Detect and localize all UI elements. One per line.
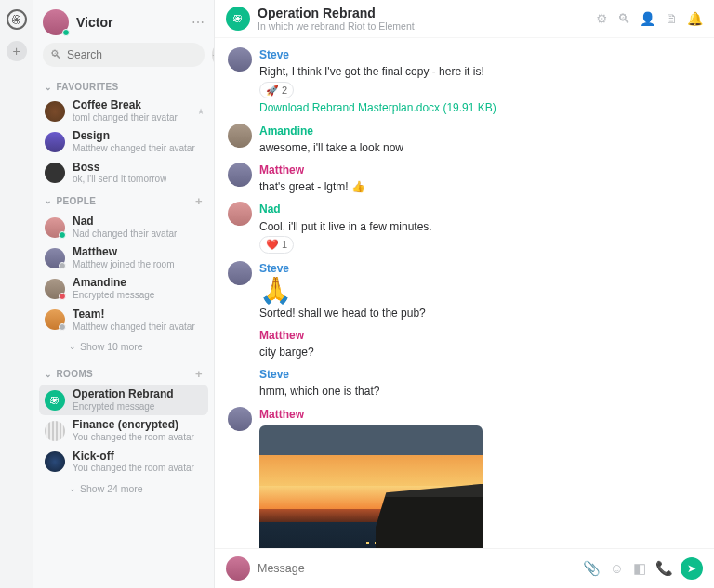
user-header[interactable]: Victor ⋯ bbox=[33, 0, 214, 43]
people-item-matthew[interactable]: MatthewMatthew joined the room bbox=[33, 242, 214, 273]
room-item-boss[interactable]: Bossok, i'll send it tomorrow bbox=[33, 158, 214, 189]
message: Nad Cool, i'll put it live in a few minu… bbox=[228, 198, 701, 256]
attach-icon[interactable]: 📎 bbox=[583, 560, 601, 577]
notifications-icon[interactable]: 🔔 bbox=[687, 11, 703, 26]
message: Matthew that's great - lgtm! 👍 bbox=[228, 159, 701, 198]
section-rooms[interactable]: ⌄ ROOMS + bbox=[33, 361, 214, 385]
section-label: FAVOURITES bbox=[56, 82, 118, 92]
favourite-icon: ★ bbox=[197, 107, 205, 116]
room-list-sidebar: Victor ⋯ 🔍︎ ✦ ⌄ FAVOURITES Coffee Breakt… bbox=[33, 0, 215, 588]
room-header-title: Operation Rebrand bbox=[258, 6, 415, 20]
user-display-name: Victor bbox=[76, 15, 184, 30]
reaction-pill[interactable]: 🚀2 bbox=[259, 82, 294, 99]
message: Steve Right, I think I've got the final … bbox=[228, 44, 701, 119]
search-input[interactable] bbox=[67, 48, 206, 61]
message-text: Sorted! shall we head to the pub? bbox=[259, 306, 426, 320]
person-avatar bbox=[45, 309, 65, 330]
room-title: Matthew bbox=[73, 246, 175, 259]
room-item-coffee-break[interactable]: Coffee Breaktoml changed their avatar ★ bbox=[33, 96, 214, 126]
sender-avatar[interactable] bbox=[228, 163, 252, 187]
members-icon[interactable]: 👤 bbox=[640, 11, 655, 26]
room-item-kickoff[interactable]: Kick-offYou changed the room avatar bbox=[33, 447, 214, 477]
show-more-rooms[interactable]: ⌄Show 24 more bbox=[33, 477, 214, 503]
section-label: ROOMS bbox=[56, 369, 93, 379]
room-item-operation-rebrand[interactable]: ֍ Operation RebrandEncrypted message bbox=[39, 385, 208, 415]
sender-avatar[interactable] bbox=[228, 407, 252, 431]
show-more-people[interactable]: ⌄Show 10 more bbox=[33, 335, 214, 361]
room-title: Nad bbox=[73, 216, 177, 229]
sender-name[interactable]: Nad bbox=[259, 202, 432, 216]
room-preview: You changed the room avatar bbox=[73, 432, 194, 443]
send-button[interactable]: ➤ bbox=[681, 557, 703, 580]
message-text: city barge? bbox=[259, 345, 314, 359]
sender-name[interactable]: Matthew bbox=[259, 328, 314, 343]
sender-name[interactable]: Steve bbox=[259, 367, 379, 382]
room-item-design[interactable]: DesignMatthew changed their avatar bbox=[33, 126, 214, 157]
person-avatar bbox=[45, 279, 65, 299]
room-title: Finance (encrypted) bbox=[73, 419, 194, 432]
room-avatar bbox=[45, 101, 65, 122]
composer-avatar bbox=[226, 556, 250, 581]
sender-avatar[interactable] bbox=[228, 261, 252, 285]
room-title: Design bbox=[73, 130, 195, 143]
image-attachment[interactable] bbox=[259, 425, 483, 548]
composer-input[interactable] bbox=[258, 562, 575, 575]
sender-name[interactable]: Matthew bbox=[259, 163, 365, 177]
reaction-pill[interactable]: ❤️1 bbox=[259, 236, 294, 254]
room-preview: Matthew joined the room bbox=[73, 259, 175, 270]
message: Matthew bbox=[228, 403, 701, 548]
emoji-icon[interactable]: ☺ bbox=[610, 560, 624, 577]
sender-name[interactable]: Steve bbox=[259, 261, 426, 276]
search-box[interactable]: 🔍︎ ✦ bbox=[43, 43, 205, 67]
section-favourites[interactable]: ⌄ FAVOURITES bbox=[33, 76, 214, 96]
sender-avatar[interactable] bbox=[228, 124, 252, 148]
room-preview: Matthew changed their avatar bbox=[73, 143, 195, 154]
room-preview: ok, i'll send it tomorrow bbox=[73, 174, 166, 185]
emoji-message: 🙏 bbox=[259, 278, 426, 304]
chevron-down-icon: ⌄ bbox=[45, 196, 52, 205]
sender-avatar[interactable] bbox=[228, 47, 252, 72]
message-text: hmm, which one is that? bbox=[259, 384, 379, 399]
message-text: Right, I think I've got the final copy -… bbox=[259, 64, 496, 79]
sender-name[interactable]: Amandine bbox=[259, 124, 403, 138]
room-preview: Nad changed their avatar bbox=[73, 229, 177, 240]
chevron-down-icon: ⌄ bbox=[69, 484, 76, 493]
room-avatar bbox=[45, 421, 65, 441]
file-download-link[interactable]: Download Rebrand Masterplan.docx (19.91 … bbox=[259, 100, 496, 115]
home-space[interactable]: ֍ bbox=[7, 9, 27, 30]
room-preview: toml changed their avatar bbox=[73, 112, 178, 124]
people-item-nad[interactable]: NadNad changed their avatar bbox=[33, 212, 214, 242]
room-preview: You changed the room avatar bbox=[73, 463, 194, 474]
room-preview: Encrypted message bbox=[73, 401, 174, 412]
message-timeline[interactable]: Steve Right, I think I've got the final … bbox=[215, 38, 714, 548]
settings-icon[interactable]: ⚙ bbox=[596, 11, 608, 26]
room-avatar bbox=[45, 132, 65, 152]
add-person-icon[interactable]: + bbox=[195, 194, 203, 208]
room-title: Boss bbox=[73, 162, 166, 175]
room-title: Operation Rebrand bbox=[73, 388, 174, 401]
room-item-finance[interactable]: Finance (encrypted)You changed the room … bbox=[33, 415, 214, 446]
sticker-icon[interactable]: ◧ bbox=[633, 560, 646, 577]
room-header-avatar[interactable]: ֍ bbox=[226, 7, 250, 31]
menu-icon[interactable]: ⋯ bbox=[192, 15, 205, 30]
files-icon[interactable]: 🗎 bbox=[665, 11, 678, 26]
sender-name[interactable]: Steve bbox=[259, 47, 496, 62]
sender-name[interactable]: Matthew bbox=[259, 407, 483, 422]
space-rail: ֍ + bbox=[0, 0, 33, 588]
section-people[interactable]: ⌄ PEOPLE + bbox=[33, 189, 214, 212]
room-title: Coffee Break bbox=[73, 99, 178, 112]
voice-call-icon[interactable]: 📞 bbox=[655, 560, 673, 577]
room-title: Kick-off bbox=[73, 451, 194, 464]
sender-avatar-placeholder bbox=[228, 367, 252, 399]
sender-avatar[interactable] bbox=[228, 202, 252, 226]
user-avatar bbox=[43, 9, 69, 35]
add-room-icon[interactable]: + bbox=[195, 367, 203, 381]
people-item-amandine[interactable]: AmandineEncrypted message bbox=[33, 273, 214, 304]
room-avatar bbox=[45, 451, 65, 472]
search-room-icon[interactable]: 🔍︎ bbox=[617, 11, 630, 26]
people-item-team[interactable]: Team!Matthew changed their avatar bbox=[33, 305, 214, 335]
search-icon: 🔍︎ bbox=[50, 48, 61, 61]
person-avatar bbox=[45, 217, 65, 238]
add-space-button[interactable]: + bbox=[7, 41, 27, 61]
person-avatar bbox=[45, 248, 65, 268]
